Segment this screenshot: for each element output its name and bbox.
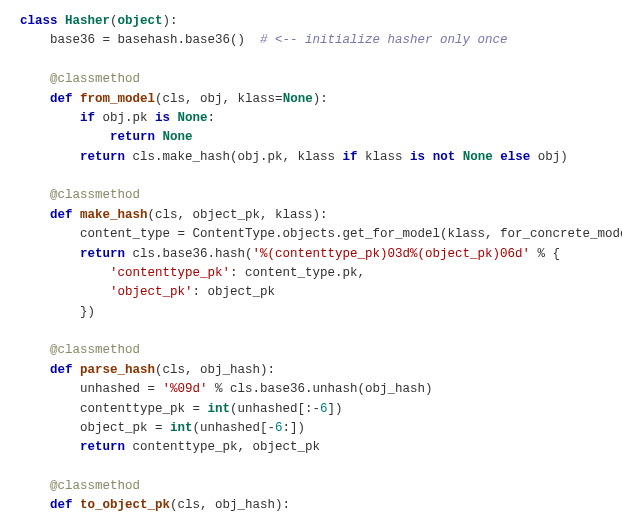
code-block: class Hasher(object): base36 = basehash.… <box>0 0 622 516</box>
